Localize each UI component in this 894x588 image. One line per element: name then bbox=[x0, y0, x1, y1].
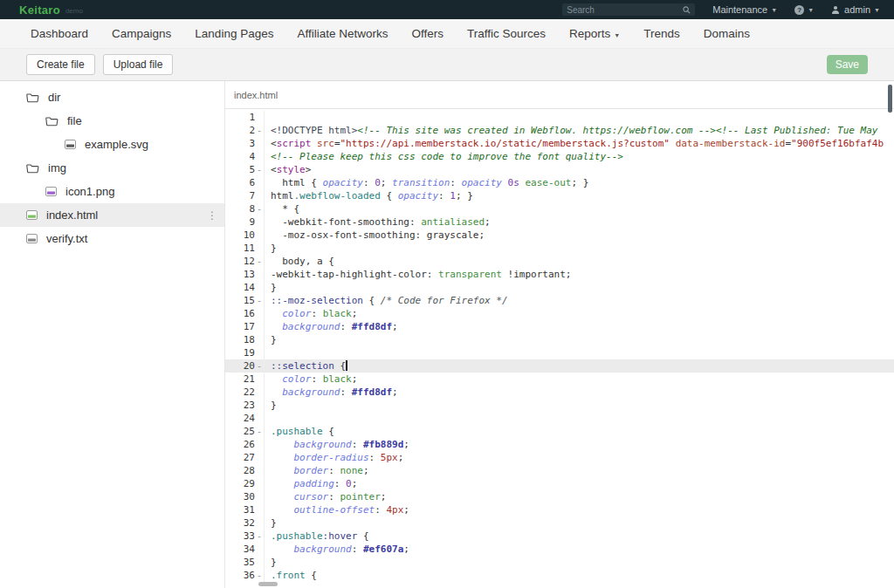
token-plain: < bbox=[271, 164, 277, 175]
code-line[interactable]: 26 background: #fb889d; bbox=[225, 438, 894, 451]
code-line[interactable]: 4<!-- Please keep this css code to impro… bbox=[225, 150, 894, 163]
help-menu[interactable]: ? ▼ bbox=[794, 5, 814, 15]
code-line[interactable]: 27 border-radius: 5px; bbox=[225, 451, 894, 464]
code-line[interactable]: 20-::selection { bbox=[225, 359, 894, 373]
code-line[interactable]: 16 color: black; bbox=[225, 307, 894, 320]
code-line[interactable]: 28 border: none; bbox=[225, 464, 894, 477]
code-line[interactable]: 10 -moz-osx-font-smoothing: grayscale; bbox=[225, 229, 894, 242]
code-line[interactable]: 19 bbox=[225, 346, 894, 359]
code-line[interactable]: 32} bbox=[225, 516, 894, 530]
token-plain bbox=[311, 138, 317, 149]
token-prop: background bbox=[294, 439, 352, 450]
line-number: 6 bbox=[225, 176, 255, 189]
line-number: 1 bbox=[225, 111, 255, 124]
code-line[interactable]: 7html.webflow-loaded { opacity: 1; } bbox=[225, 189, 894, 202]
code-line[interactable]: 13-webkit-tap-highlight-color: transpare… bbox=[225, 268, 894, 281]
code-line[interactable]: 33-.pushable:hover { bbox=[225, 530, 894, 543]
code-line[interactable]: 5-<style> bbox=[225, 163, 894, 176]
maintenance-menu[interactable]: Maintenance ▼ bbox=[712, 4, 777, 15]
code-line[interactable]: 22 background: #ffd8df; bbox=[225, 386, 894, 399]
nav-item-domains[interactable]: Domains bbox=[704, 27, 750, 40]
token-plain: : bbox=[340, 386, 351, 398]
search-icon bbox=[683, 6, 691, 14]
code-line[interactable]: 12- body, a { bbox=[225, 255, 894, 268]
nav-item-traffic-sources[interactable]: Traffic Sources bbox=[467, 27, 546, 40]
editor-tab-index-html[interactable]: index.html bbox=[234, 90, 278, 100]
fold-marker-icon[interactable]: - bbox=[255, 163, 265, 176]
save-button[interactable]: Save bbox=[827, 55, 868, 74]
code-line[interactable]: 14} bbox=[225, 281, 894, 294]
code-line[interactable]: 34 background: #ef607a; bbox=[225, 543, 894, 556]
tree-item-example-svg[interactable]: example.svg bbox=[0, 133, 224, 156]
nav-item-trends[interactable]: Trends bbox=[643, 27, 680, 40]
code-line[interactable]: 31 outline-offset: 4px; bbox=[225, 503, 894, 516]
token-plain bbox=[271, 465, 294, 476]
nav-item-landing-pages[interactable]: Landing Pages bbox=[195, 27, 273, 40]
token-attr: data-memberstack-id bbox=[676, 138, 786, 149]
nav-item-dashboard[interactable]: Dashboard bbox=[31, 27, 88, 40]
code-line[interactable]: 24 bbox=[225, 412, 894, 425]
keitaro-logo[interactable]: Keitaro bbox=[19, 3, 60, 17]
upload-file-button[interactable]: Upload file bbox=[103, 54, 174, 75]
code-line[interactable]: 21 color: black; bbox=[225, 373, 894, 386]
nav-item-offers[interactable]: Offers bbox=[411, 27, 444, 40]
gutter-spacer bbox=[255, 399, 265, 412]
tree-item-img[interactable]: img bbox=[0, 156, 224, 180]
create-file-button[interactable]: Create file bbox=[26, 54, 95, 75]
fold-marker-icon[interactable]: - bbox=[255, 569, 265, 582]
kebab-menu-icon[interactable]: ⋮ bbox=[207, 209, 217, 222]
nav-item-affiliate-networks[interactable]: Affiliate Networks bbox=[297, 27, 388, 40]
code-line[interactable]: 35} bbox=[225, 556, 894, 569]
line-number: 16 bbox=[225, 307, 255, 320]
code-line[interactable]: 23} bbox=[225, 399, 894, 412]
code-line-text: <script src="https://api.memberstack.io/… bbox=[265, 137, 884, 150]
code-line-text: -moz-osx-font-smoothing: grayscale; bbox=[265, 229, 485, 242]
user-icon bbox=[831, 5, 844, 14]
fold-marker-icon[interactable]: - bbox=[255, 359, 265, 373]
tree-item-verify-txt[interactable]: verify.txt bbox=[0, 227, 224, 250]
user-menu[interactable]: admin ▼ bbox=[831, 4, 880, 15]
code-line[interactable]: 1 bbox=[225, 111, 894, 124]
code-line[interactable]: 30 cursor: pointer; bbox=[225, 490, 894, 503]
code-line[interactable]: 18} bbox=[225, 333, 894, 346]
tree-item-file[interactable]: file bbox=[0, 109, 224, 133]
token-plain bbox=[670, 138, 676, 149]
code-editor[interactable]: 12-<!DOCTYPE html><!-- This site was cre… bbox=[225, 109, 894, 588]
code-line[interactable]: 3<script src="https://api.memberstack.io… bbox=[225, 137, 894, 150]
code-line[interactable]: 2-<!DOCTYPE html><!-- This site was crea… bbox=[225, 124, 894, 137]
code-line[interactable]: 6 html { opacity: 0; transition: opacity… bbox=[225, 176, 894, 189]
horizontal-scrollbar[interactable] bbox=[258, 582, 278, 586]
token-plain: : bbox=[311, 373, 322, 385]
token-plain: } bbox=[271, 557, 277, 568]
gutter-spacer bbox=[255, 490, 265, 503]
tree-item-icon1-png[interactable]: icon1.png bbox=[0, 180, 224, 203]
nav-item-reports[interactable]: Reports▼ bbox=[569, 27, 620, 40]
code-line-text: background: #ef607a; bbox=[265, 543, 409, 556]
fold-marker-icon[interactable]: - bbox=[255, 124, 265, 137]
token-plain: ; bbox=[392, 386, 398, 398]
code-line[interactable]: 17 background: #ffd8df; bbox=[225, 320, 894, 333]
fold-marker-icon[interactable]: - bbox=[255, 530, 265, 543]
code-line[interactable]: 15-::-moz-selection { /* Code for Firefo… bbox=[225, 294, 894, 307]
code-line[interactable]: 11} bbox=[225, 242, 894, 255]
fold-marker-icon[interactable]: - bbox=[255, 202, 265, 215]
fold-marker-icon[interactable]: - bbox=[255, 255, 265, 268]
vertical-scrollbar[interactable] bbox=[888, 85, 892, 113]
search-input[interactable] bbox=[567, 5, 683, 15]
nav-item-campaigns[interactable]: Campaigns bbox=[112, 27, 171, 40]
token-attr: src bbox=[317, 138, 334, 149]
code-line[interactable]: 9 -webkit-font-smoothing: antialiased; bbox=[225, 215, 894, 229]
token-tag: style bbox=[277, 164, 306, 175]
code-line[interactable]: 36-.front { bbox=[225, 569, 894, 582]
code-line-text: cursor: pointer; bbox=[265, 490, 386, 503]
tree-item-index-html[interactable]: index.html⋮ bbox=[0, 203, 224, 227]
token-plain: : bbox=[352, 544, 363, 555]
global-search[interactable] bbox=[562, 3, 695, 16]
code-line[interactable]: 25-.pushable { bbox=[225, 425, 894, 438]
code-line[interactable]: 29 padding: 0; bbox=[225, 477, 894, 490]
tree-item-dir[interactable]: dir bbox=[0, 85, 224, 109]
code-line[interactable]: 8- * { bbox=[225, 202, 894, 215]
token-num: 0 bbox=[375, 177, 381, 188]
fold-marker-icon[interactable]: - bbox=[255, 294, 265, 307]
fold-marker-icon[interactable]: - bbox=[255, 425, 265, 438]
